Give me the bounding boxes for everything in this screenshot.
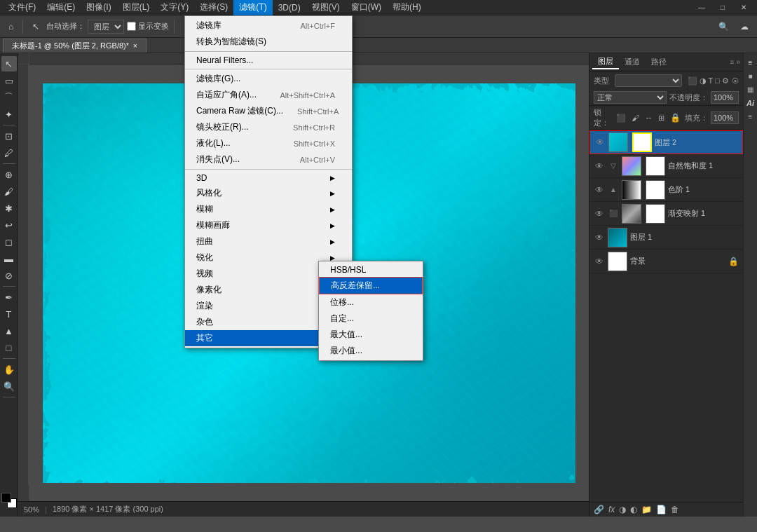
- submenu-custom[interactable]: 自定...: [319, 311, 423, 327]
- maximize-btn[interactable]: □: [712, 0, 733, 15]
- rs-layers[interactable]: ≡: [744, 57, 757, 68]
- tab-paths[interactable]: 路径: [646, 55, 672, 69]
- tool-lasso[interactable]: ⌒: [1, 90, 17, 105]
- tool-brush[interactable]: 🖌: [1, 184, 17, 199]
- submenu-highpass[interactable]: 高反差保留...: [319, 277, 423, 294]
- menu-item-8[interactable]: 视图(V): [306, 0, 346, 15]
- menu-item-4[interactable]: 文字(Y): [155, 0, 194, 15]
- tool-magic-wand[interactable]: ✦: [1, 107, 17, 122]
- filter-smart-icon[interactable]: ⚙: [722, 76, 729, 86]
- blend-mode-select[interactable]: 正常: [594, 91, 667, 104]
- filter-item-lens[interactable]: 镜头校正(R)... Shift+Ctrl+R: [185, 119, 352, 135]
- tool-path-select[interactable]: ▲: [1, 323, 17, 339]
- menu-item-9[interactable]: 窗口(W): [346, 0, 387, 15]
- filter-item-adaptive[interactable]: 自适应广角(A)... Alt+Shift+Ctrl+A: [185, 87, 352, 103]
- lock-all-btn[interactable]: 🔒: [669, 113, 682, 123]
- filter-item-stylize[interactable]: 风格化: [185, 185, 352, 201]
- layer-select[interactable]: 图层: [88, 20, 124, 34]
- filter-item-liquify[interactable]: 液化(L)... Shift+Ctrl+X: [185, 135, 352, 151]
- layer-mask-btn[interactable]: ◑: [619, 505, 626, 514]
- filter-item-distort[interactable]: 扭曲: [185, 233, 352, 250]
- tool-shape[interactable]: □: [1, 340, 17, 355]
- lock-pixel-btn[interactable]: ⬛: [615, 114, 627, 123]
- foreground-color[interactable]: [1, 493, 11, 503]
- home-button[interactable]: ⌂: [4, 20, 18, 33]
- filter-item-blur[interactable]: 模糊: [185, 201, 352, 217]
- layer-2-eye[interactable]: 👁: [594, 137, 606, 148]
- close-btn[interactable]: ✕: [733, 0, 754, 15]
- filter-item-cameraraw[interactable]: Camera Raw 滤镜(C)... Shift+Ctrl+A: [185, 103, 352, 119]
- tool-select-rect[interactable]: ▭: [1, 73, 17, 88]
- search-btn[interactable]: 🔍: [714, 20, 733, 33]
- tool-spot-heal[interactable]: ⊕: [1, 167, 17, 182]
- menu-item-6[interactable]: 滤镜(T): [233, 0, 272, 15]
- layer-gradmap[interactable]: 👁 ⬛ 渐变映射 1: [589, 202, 743, 226]
- layer-1[interactable]: 👁 图层 1: [589, 226, 743, 250]
- submenu-max[interactable]: 最大值...: [319, 327, 423, 343]
- filter-item-gallery2[interactable]: 滤镜库(G)...: [185, 71, 352, 87]
- filter-text-icon[interactable]: T: [709, 76, 714, 86]
- layer-background[interactable]: 👁 背景 🔒: [589, 250, 743, 273]
- layer-filter-toggle[interactable]: ⦿: [732, 77, 739, 85]
- menu-item-3[interactable]: 图层(L): [117, 0, 156, 15]
- tab-layers[interactable]: 图层: [592, 55, 619, 69]
- lock-artboard-btn[interactable]: ⊞: [657, 114, 666, 123]
- move-tool-btn[interactable]: ↖: [28, 20, 43, 33]
- tool-hand[interactable]: ✋: [1, 362, 17, 377]
- tool-move[interactable]: ↖: [1, 56, 17, 71]
- filter-item-3d[interactable]: 3D: [185, 171, 352, 185]
- layer-item-2[interactable]: 👁 图层 2: [589, 130, 743, 154]
- show-transform-check[interactable]: [127, 22, 136, 31]
- menu-item-10[interactable]: 帮助(H): [387, 0, 427, 15]
- layer-delete-btn[interactable]: 🗑: [671, 505, 679, 514]
- tool-eraser[interactable]: ◻: [1, 234, 17, 250]
- tab-channels[interactable]: 通道: [619, 55, 646, 69]
- filter-item-blurgallery[interactable]: 模糊画廊: [185, 217, 352, 233]
- submenu-offset[interactable]: 位移...: [319, 294, 423, 311]
- menu-item-2[interactable]: 图像(I): [81, 0, 116, 15]
- tool-crop[interactable]: ⊡: [1, 128, 17, 144]
- menu-item-5[interactable]: 选择(S): [194, 0, 233, 15]
- filter-pixel-icon[interactable]: ⬛: [688, 76, 697, 86]
- tool-pen[interactable]: ✒: [1, 289, 17, 305]
- filter-item-vanish[interactable]: 消失点(V)... Alt+Ctrl+V: [185, 151, 352, 168]
- tool-gradient[interactable]: ▬: [1, 251, 17, 266]
- layer-vibrance[interactable]: 👁 ▽ 自然饱和度 1: [589, 154, 743, 178]
- menu-item-1[interactable]: 编辑(E): [41, 0, 81, 15]
- menu-item-7[interactable]: 3D(D): [273, 0, 306, 15]
- layer-vib-eye[interactable]: 👁: [594, 161, 605, 172]
- tool-text[interactable]: T: [1, 306, 17, 322]
- layer-group-btn[interactable]: 📁: [641, 505, 652, 514]
- lock-transform-btn[interactable]: ↔: [643, 114, 654, 122]
- layer-lev-eye[interactable]: 👁: [594, 184, 605, 196]
- menu-item-0[interactable]: 文件(F): [3, 0, 41, 15]
- tab-close[interactable]: ×: [133, 42, 137, 50]
- layer-gm-eye[interactable]: 👁: [594, 208, 605, 219]
- tool-clone[interactable]: ✱: [1, 200, 17, 216]
- layer-link-btn[interactable]: 🔗: [594, 505, 604, 514]
- rs-ai[interactable]: Ai: [744, 97, 757, 109]
- submenu-hsb[interactable]: HSB/HSL: [319, 263, 423, 277]
- opacity-input[interactable]: [711, 91, 739, 104]
- foreground-background[interactable]: [1, 493, 17, 508]
- minimize-btn[interactable]: —: [691, 0, 712, 15]
- layer-fx-btn[interactable]: fx: [608, 505, 615, 514]
- layer-type-select[interactable]: [615, 74, 682, 87]
- tool-zoom[interactable]: 🔍: [1, 378, 17, 394]
- layer-bg-eye[interactable]: 👁: [594, 256, 605, 267]
- layer-levels[interactable]: 👁 ▲ 色阶 1: [589, 178, 743, 202]
- layer-new-btn[interactable]: 📄: [656, 505, 667, 514]
- rs-properties[interactable]: ≡: [744, 111, 757, 122]
- filter-adj-icon[interactable]: ◑: [700, 76, 707, 86]
- tool-dodge[interactable]: ⊘: [1, 268, 17, 283]
- rs-gradient[interactable]: ▦: [744, 84, 757, 95]
- filter-item-smart[interactable]: 转换为智能滤镜(S): [185, 34, 352, 50]
- tool-eyedropper[interactable]: 🖊: [1, 145, 17, 161]
- filter-item-neural[interactable]: Neural Filters...: [185, 53, 352, 67]
- lock-brush-btn[interactable]: 🖌: [630, 114, 641, 122]
- submenu-min[interactable]: 最小值...: [319, 343, 423, 359]
- layer-1-eye[interactable]: 👁: [594, 232, 605, 243]
- filter-shape-icon[interactable]: □: [715, 76, 720, 86]
- document-tab[interactable]: 未标题-1 @ 50% (图层 2, RGB/8)* ×: [3, 39, 146, 53]
- cloud-btn[interactable]: ☁: [736, 20, 753, 33]
